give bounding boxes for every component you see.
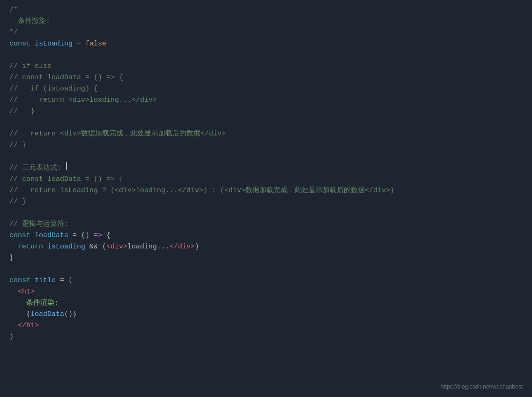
code-line xyxy=(0,151,532,162)
code-token: const xyxy=(9,275,35,286)
code-line: */ xyxy=(0,27,532,38)
code-token: title xyxy=(35,275,60,286)
code-token: ()} xyxy=(64,309,77,320)
code-token: */ xyxy=(9,27,18,38)
code-line: // if (isLoading) { xyxy=(0,83,532,95)
code-line: // const loadData = () => { xyxy=(0,174,532,185)
code-token: </div> xyxy=(170,241,195,253)
code-token: isLoading xyxy=(47,241,89,253)
code-token: // 三元表达式: xyxy=(9,163,66,174)
code-line: // 逻辑与运算符: xyxy=(0,219,532,230)
code-line: // if-else xyxy=(0,61,532,72)
code-token: loadData xyxy=(30,309,64,320)
code-line: <h1> xyxy=(0,286,532,298)
code-line: // return <div>数据加载完成，此处显示加载后的数据</div> xyxy=(0,128,532,140)
code-line: {loadData()} xyxy=(0,309,532,320)
code-token: && ( xyxy=(89,241,106,253)
code-token: // } xyxy=(9,140,26,151)
code-line xyxy=(0,117,532,128)
code-line: // return isLoading ? (<div>loading...</… xyxy=(0,185,532,196)
code-token: = xyxy=(73,230,81,241)
code-token: <div> xyxy=(106,241,127,253)
code-editor: /* 条件渲染: */ const isLoading = false // i… xyxy=(0,0,532,397)
watermark: https://blog.csdn.net/weahanbest xyxy=(441,382,523,391)
code-token: ) xyxy=(195,241,199,253)
code-token: </h1> xyxy=(18,320,39,331)
code-token: () xyxy=(81,230,94,241)
code-token: false xyxy=(85,38,106,50)
code-token: // } xyxy=(9,106,35,117)
code-line: // return <div>loading...</div> xyxy=(0,95,532,106)
code-token: const xyxy=(9,38,35,50)
code-line xyxy=(0,264,532,275)
code-token: // return isLoading ? (<div>loading...</… xyxy=(9,185,394,196)
code-token xyxy=(9,309,26,320)
code-token: // } xyxy=(9,196,26,208)
code-line: 条件渲染: xyxy=(0,298,532,309)
code-token: } xyxy=(9,253,14,264)
code-token: { xyxy=(26,309,30,320)
code-token: ) xyxy=(9,331,14,343)
code-line: // const loadData = () => { xyxy=(0,72,532,83)
code-token: loadData xyxy=(35,230,73,241)
code-token: = xyxy=(77,38,85,50)
code-token xyxy=(9,320,18,331)
code-token: // return <div>loading...</div> xyxy=(9,95,157,106)
code-line xyxy=(0,50,532,61)
code-line: const loadData = () => { xyxy=(0,230,532,241)
code-token: => xyxy=(94,230,106,241)
code-token xyxy=(9,298,26,309)
code-token: const xyxy=(9,230,35,241)
code-line: const isLoading = false xyxy=(0,38,532,50)
code-line: // } xyxy=(0,106,532,117)
code-token: <h1> xyxy=(18,286,35,298)
code-token: // 逻辑与运算符: xyxy=(9,219,68,230)
code-line: } xyxy=(0,253,532,264)
code-line: return isLoading && (<div>loading...</di… xyxy=(0,241,532,253)
code-token: // return <div>数据加载完成，此处显示加载后的数据</div> xyxy=(9,128,226,140)
code-line: // } xyxy=(0,196,532,208)
code-token: isLoading xyxy=(35,38,77,50)
code-line xyxy=(0,208,532,219)
code-token: { xyxy=(106,230,111,241)
code-token: const loadData = () => { xyxy=(22,72,123,83)
code-token: 条件渲染: xyxy=(9,16,50,27)
code-token: // const loadData = () => { xyxy=(9,174,123,185)
code-line: /* xyxy=(0,5,532,16)
code-token: return xyxy=(18,241,47,253)
code-token xyxy=(9,241,18,253)
text-cursor xyxy=(66,162,67,170)
code-token: // xyxy=(9,72,22,83)
code-token: = ( xyxy=(60,275,73,286)
code-line: </h1> xyxy=(0,320,532,331)
code-line: const title = ( xyxy=(0,275,532,286)
code-token: loading... xyxy=(127,241,170,253)
code-token xyxy=(9,286,18,298)
code-line: // } xyxy=(0,140,532,151)
code-token: // if (isLoading) { xyxy=(9,83,98,95)
code-token: 条件渲染: xyxy=(26,298,59,309)
code-line: // 三元表达式: xyxy=(0,162,532,174)
code-token: // if-else xyxy=(9,61,52,72)
code-token: /* xyxy=(9,5,18,16)
code-line: ) xyxy=(0,331,532,343)
code-line: 条件渲染: xyxy=(0,16,532,27)
